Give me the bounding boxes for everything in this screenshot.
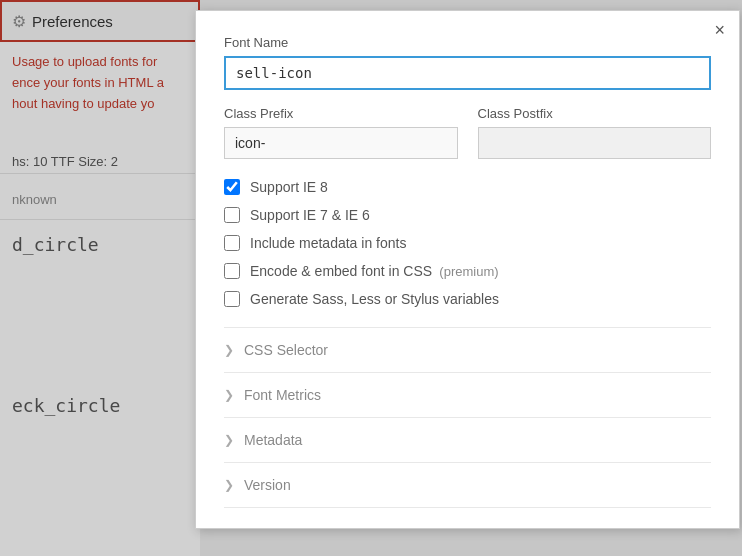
encode-embed-checkbox[interactable] xyxy=(224,263,240,279)
class-postfix-group: Class Postfix xyxy=(478,106,712,159)
encode-embed-option[interactable]: Encode & embed font in CSS (premium) xyxy=(224,263,711,279)
version-section[interactable]: ❯ Version xyxy=(224,463,711,508)
chevron-right-icon: ❯ xyxy=(224,478,234,492)
generate-sass-checkbox[interactable] xyxy=(224,291,240,307)
class-postfix-input[interactable] xyxy=(478,127,712,159)
class-prefix-group: Class Prefix xyxy=(224,106,458,159)
font-metrics-section[interactable]: ❯ Font Metrics xyxy=(224,373,711,418)
modal-overlay: × Font Name Class Prefix Class Postfix xyxy=(0,0,742,556)
class-prefix-label: Class Prefix xyxy=(224,106,458,121)
collapsible-sections: ❯ CSS Selector ❯ Font Metrics ❯ Metadata… xyxy=(224,327,711,508)
options-checkboxes: Support IE 8 Support IE 7 & IE 6 Include… xyxy=(224,179,711,307)
support-ie8-checkbox[interactable] xyxy=(224,179,240,195)
version-label: Version xyxy=(244,477,291,493)
font-metrics-label: Font Metrics xyxy=(244,387,321,403)
include-metadata-checkbox[interactable] xyxy=(224,235,240,251)
include-metadata-option[interactable]: Include metadata in fonts xyxy=(224,235,711,251)
premium-tag: (premium) xyxy=(432,264,498,279)
font-name-label: Font Name xyxy=(224,35,711,50)
support-ie8-label: Support IE 8 xyxy=(250,179,328,195)
close-button[interactable]: × xyxy=(714,21,725,39)
generate-sass-option[interactable]: Generate Sass, Less or Stylus variables xyxy=(224,291,711,307)
support-ie7-option[interactable]: Support IE 7 & IE 6 xyxy=(224,207,711,223)
encode-embed-label: Encode & embed font in CSS xyxy=(250,263,432,279)
class-prefix-input[interactable] xyxy=(224,127,458,159)
css-selector-label: CSS Selector xyxy=(244,342,328,358)
prefix-postfix-row: Class Prefix Class Postfix xyxy=(224,106,711,159)
include-metadata-label: Include metadata in fonts xyxy=(250,235,406,251)
preferences-modal: × Font Name Class Prefix Class Postfix xyxy=(195,10,740,529)
css-selector-section[interactable]: ❯ CSS Selector xyxy=(224,328,711,373)
chevron-right-icon: ❯ xyxy=(224,433,234,447)
chevron-right-icon: ❯ xyxy=(224,388,234,402)
support-ie7-label: Support IE 7 & IE 6 xyxy=(250,207,370,223)
support-ie7-checkbox[interactable] xyxy=(224,207,240,223)
metadata-section[interactable]: ❯ Metadata xyxy=(224,418,711,463)
support-ie8-option[interactable]: Support IE 8 xyxy=(224,179,711,195)
modal-body: Font Name Class Prefix Class Postfix Sup… xyxy=(196,11,739,528)
metadata-label: Metadata xyxy=(244,432,302,448)
chevron-right-icon: ❯ xyxy=(224,343,234,357)
font-name-input[interactable] xyxy=(224,56,711,90)
generate-sass-label: Generate Sass, Less or Stylus variables xyxy=(250,291,499,307)
class-postfix-label: Class Postfix xyxy=(478,106,712,121)
